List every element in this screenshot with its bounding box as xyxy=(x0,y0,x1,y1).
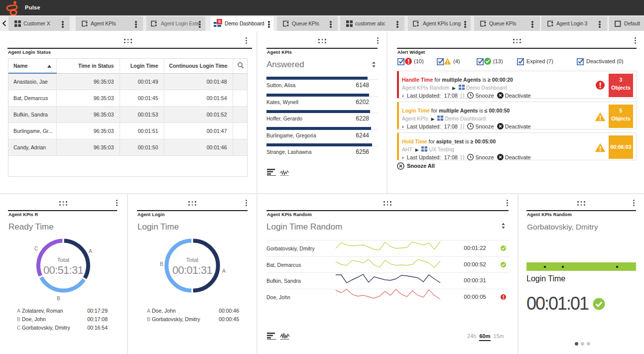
svg-text:A: A xyxy=(89,248,92,254)
svg-text:B: B xyxy=(57,295,60,301)
svg-text:C: C xyxy=(34,245,38,251)
